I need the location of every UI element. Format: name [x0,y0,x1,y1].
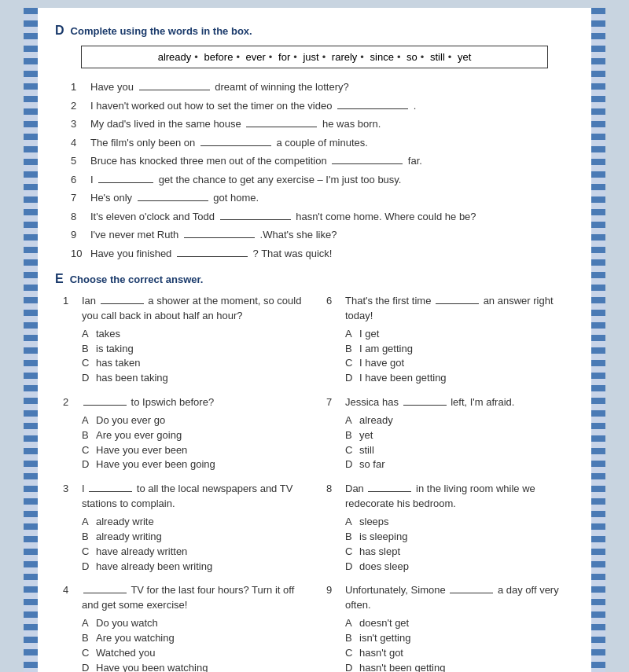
blank-8[interactable] [220,219,291,220]
mc-4-c[interactable]: CWatched you [82,646,311,661]
mc-item-1: 1 Ian a shower at the moment, so could y… [63,294,311,386]
mc-item-4: 4 TV for the last four hours? Turn it of… [63,583,311,672]
mc-4-a[interactable]: ADo you watch [82,616,311,631]
blank-5[interactable] [332,163,403,164]
mc-blank-1[interactable] [101,303,144,304]
mc-2-d[interactable]: DHave you ever been going [82,457,311,472]
fill-in-list: 1 Have you dreamt of winning the lottery… [71,79,574,261]
mc-1-c[interactable]: Chas taken [82,356,311,371]
blank-9[interactable] [184,237,255,238]
mc-blank-3[interactable] [89,491,132,492]
mc-blank-6[interactable] [436,303,479,304]
mc-3-c[interactable]: Chave already written [82,545,311,560]
mc-item-8: 8 Dan in the living room while we redeco… [326,482,574,574]
fill-item-8: 8 It's eleven o'clock and Todd hasn't co… [71,209,574,225]
mc-9-d[interactable]: Dhasn't been getting [345,661,574,672]
section-d-header: D Complete using the words in the box. [55,24,574,38]
mc-item-3: 3 I to all the local newspapers and TV s… [63,482,311,574]
mc-6-b[interactable]: BI am getting [345,342,574,357]
fill-item-6: 6 I get the chance to get any exercise –… [71,172,574,188]
mc-right-col: 6 That's the first time an answer right … [326,294,574,672]
mc-1-a[interactable]: Atakes [82,327,311,342]
mc-blank-8[interactable] [368,491,411,492]
word-yet: yet [458,51,471,63]
fill-item-3: 3 My dad's lived in the same house he wa… [71,116,574,132]
mc-7-d[interactable]: Dso far [345,457,574,472]
mc-2-b[interactable]: BAre you ever going [82,428,311,443]
word-ever: ever [246,51,266,63]
word-before: before [204,51,234,63]
mc-3-b[interactable]: Balready writing [82,530,311,545]
mc-9-b[interactable]: Bisn't getting [345,631,574,646]
mc-6-d[interactable]: DI have been getting [345,371,574,386]
mc-9-c[interactable]: Chasn't got [345,646,574,661]
fill-item-2: 2 I haven't worked out how to set the ti… [71,98,574,114]
mc-2-c[interactable]: CHave you ever been [82,443,311,458]
word-since: since [370,51,394,63]
word-rarely: rarely [332,51,358,63]
mc-8-b[interactable]: Bis sleeping [345,530,574,545]
section-e-letter: E [55,272,64,286]
mc-blank-4[interactable] [83,593,127,593]
mc-blank-2[interactable] [83,405,127,406]
mc-item-6: 6 That's the first time an answer right … [326,294,574,386]
mc-item-9: 9 Unfortunately, Simone a day off very o… [326,583,574,672]
mc-4-d[interactable]: DHave you been watching [82,661,311,672]
word-still: still [430,51,445,63]
mc-1-d[interactable]: Dhas been taking [82,371,311,386]
mc-3-d[interactable]: Dhave already been writing [82,560,311,575]
mc-7-c[interactable]: Cstill [345,443,574,458]
mc-6-c[interactable]: CI have got [345,356,574,371]
blank-6[interactable] [98,182,153,183]
mc-7-a[interactable]: Aalready [345,413,574,428]
mc-blank-7[interactable] [403,405,447,406]
mc-8-a[interactable]: Asleeps [345,515,574,530]
mc-8-d[interactable]: Ddoes sleep [345,560,574,575]
mc-6-a[interactable]: AI get [345,327,574,342]
blank-7[interactable] [138,200,208,201]
mc-blank-9[interactable] [450,593,493,593]
mc-item-7: 7 Jessica has left, I'm afraid. Aalready… [326,395,574,472]
mc-8-c[interactable]: Chas slept [345,545,574,560]
mc-7-b[interactable]: Byet [345,428,574,443]
fill-item-4: 4 The film's only been on a couple of mi… [71,135,574,151]
blank-3[interactable] [246,127,317,127]
word-box: already• before• ever• for• just• rarely… [81,46,548,68]
mc-9-a[interactable]: Adoesn't get [345,616,574,631]
blank-2[interactable] [337,108,408,109]
blank-10[interactable] [177,256,248,257]
fill-item-10: 10 Have you finished ? That was quick! [71,246,574,262]
word-just: just [303,51,318,63]
word-for: for [278,51,290,63]
mc-left-col: 1 Ian a shower at the moment, so could y… [63,294,311,672]
page: D Complete using the words in the box. a… [24,8,605,672]
fill-item-9: 9 I've never met Ruth .What's she like? [71,227,574,243]
mc-3-a[interactable]: Aalready write [82,515,311,530]
section-e-header: E Choose the correct answer. [55,272,574,286]
blank-4[interactable] [200,145,271,146]
mc-1-b[interactable]: Bis taking [82,342,311,357]
fill-item-1: 1 Have you dreamt of winning the lottery… [71,79,574,95]
blank-1[interactable] [139,90,210,90]
fill-item-7: 7 He's only got home. [71,190,574,206]
fill-item-5: 5 Bruce has knocked three men out of the… [71,153,574,169]
mc-item-2: 2 to Ipswich before? ADo you ever go BAr… [63,395,311,472]
section-d-title: Complete using the words in the box. [71,25,252,37]
section-e-title: Choose the correct answer. [70,274,204,285]
section-d-letter: D [55,24,64,38]
word-already: already [158,51,192,63]
mc-grid: 1 Ian a shower at the moment, so could y… [63,294,574,672]
word-so: so [406,51,417,63]
mc-2-a[interactable]: ADo you ever go [82,413,311,428]
mc-4-b[interactable]: BAre you watching [82,631,311,646]
